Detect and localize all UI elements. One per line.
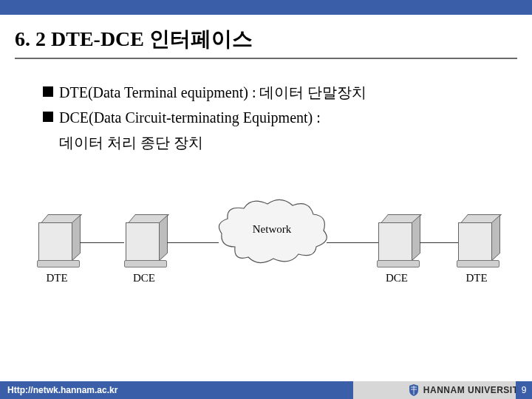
bullet-text: DTE(Data Terminal equipment) : 데이터 단말장치 bbox=[59, 80, 366, 105]
network-label: Network bbox=[213, 223, 331, 236]
network-cloud-icon: Network bbox=[213, 195, 331, 262]
content-area: DTE(Data Terminal equipment) : 데이터 단말장치 … bbox=[0, 59, 532, 155]
page-number: 9 bbox=[516, 381, 532, 399]
slide-title: 6. 2 DTE-DCE 인터페이스 bbox=[0, 15, 532, 53]
dce-left-device: DCE bbox=[124, 214, 164, 284]
bullet-item: DTE(Data Terminal equipment) : 데이터 단말장치 bbox=[43, 80, 532, 105]
wire bbox=[167, 242, 219, 243]
bullet-continuation: 데이터 처리 종단 장치 bbox=[43, 130, 532, 155]
footer-org: HANNAM UNIVERSITY bbox=[353, 381, 532, 399]
footer-org-text: HANNAM UNIVERSITY bbox=[423, 385, 525, 395]
dte-right-label: DTE bbox=[457, 272, 497, 284]
dte-right-device: DTE bbox=[457, 214, 497, 284]
bullet-text: DCE(Data Circuit-terminating Equipment) … bbox=[59, 105, 321, 130]
wire bbox=[327, 242, 378, 243]
dce-left-label: DCE bbox=[124, 272, 164, 284]
bullet-item: DCE(Data Circuit-terminating Equipment) … bbox=[43, 105, 532, 130]
square-bullet-icon bbox=[43, 112, 53, 122]
top-bar bbox=[0, 0, 532, 15]
device-box-icon bbox=[37, 214, 77, 262]
wire bbox=[80, 242, 124, 243]
dce-right-device: DCE bbox=[377, 214, 417, 284]
wire bbox=[420, 242, 458, 243]
device-box-icon bbox=[377, 214, 417, 262]
device-box-icon bbox=[457, 214, 497, 262]
shield-icon bbox=[409, 384, 419, 396]
dte-left-label: DTE bbox=[37, 272, 77, 284]
device-box-icon bbox=[124, 214, 164, 262]
network-diagram: DTE DCE Network DCE DTE bbox=[37, 191, 495, 324]
square-bullet-icon bbox=[43, 86, 53, 97]
footer: Http://netwk.hannam.ac.kr HANNAM UNIVERS… bbox=[0, 381, 532, 399]
footer-url: Http://netwk.hannam.ac.kr bbox=[0, 381, 353, 399]
dce-right-label: DCE bbox=[377, 272, 417, 284]
dte-left-device: DTE bbox=[37, 214, 77, 284]
